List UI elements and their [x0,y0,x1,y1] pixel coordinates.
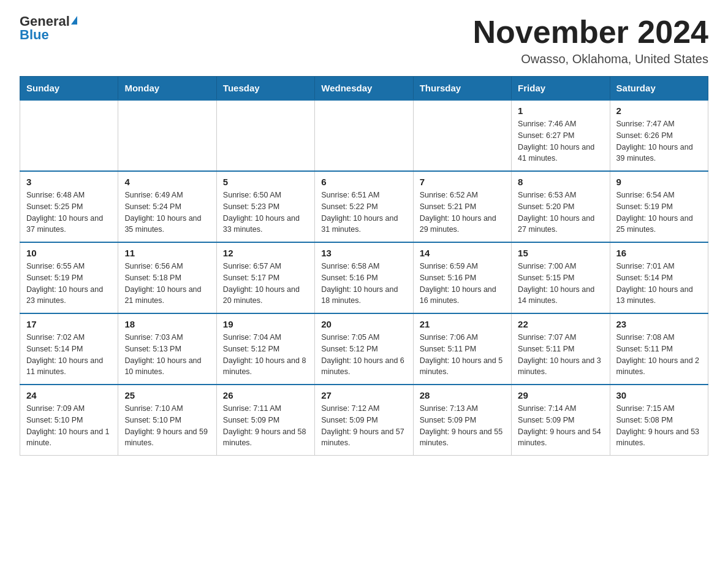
day-info: Sunrise: 6:55 AM Sunset: 5:19 PM Dayligh… [26,261,112,307]
day-number: 26 [223,390,308,400]
day-number: 8 [518,177,603,187]
day-number: 6 [321,177,406,187]
calendar-week-row: 3Sunrise: 6:48 AM Sunset: 5:25 PM Daylig… [20,171,708,242]
day-number: 29 [518,390,603,400]
calendar-week-row: 10Sunrise: 6:55 AM Sunset: 5:19 PM Dayli… [20,242,708,313]
calendar-day-cell: 26Sunrise: 7:11 AM Sunset: 5:09 PM Dayli… [216,385,314,456]
day-number: 20 [321,319,406,329]
calendar-day-cell: 17Sunrise: 7:02 AM Sunset: 5:14 PM Dayli… [20,313,118,385]
day-info: Sunrise: 7:15 AM Sunset: 5:08 PM Dayligh… [616,403,702,449]
day-number: 14 [420,248,505,258]
calendar-day-cell: 6Sunrise: 6:51 AM Sunset: 5:22 PM Daylig… [315,171,413,242]
day-number: 3 [26,177,112,187]
calendar-day-cell: 4Sunrise: 6:49 AM Sunset: 5:24 PM Daylig… [118,171,216,242]
day-number: 21 [420,319,505,329]
calendar-header-cell: Thursday [413,77,511,101]
calendar-day-cell: 28Sunrise: 7:13 AM Sunset: 5:09 PM Dayli… [413,385,511,456]
day-info: Sunrise: 6:49 AM Sunset: 5:24 PM Dayligh… [124,190,210,236]
page-subtitle: Owasso, Oklahoma, United States [473,52,708,66]
calendar-day-cell: 2Sunrise: 7:47 AM Sunset: 6:26 PM Daylig… [610,100,708,171]
calendar-day-cell: 11Sunrise: 6:56 AM Sunset: 5:18 PM Dayli… [118,242,216,313]
calendar-header-cell: Saturday [610,77,708,101]
day-info: Sunrise: 7:13 AM Sunset: 5:09 PM Dayligh… [420,403,505,449]
title-block: November 2024 Owasso, Oklahoma, United S… [473,15,708,66]
calendar-body: 1Sunrise: 7:46 AM Sunset: 6:27 PM Daylig… [20,100,708,456]
calendar-day-cell: 30Sunrise: 7:15 AM Sunset: 5:08 PM Dayli… [610,385,708,456]
day-info: Sunrise: 7:46 AM Sunset: 6:27 PM Dayligh… [518,118,603,164]
calendar-day-cell: 23Sunrise: 7:08 AM Sunset: 5:11 PM Dayli… [610,313,708,385]
calendar-day-cell: 12Sunrise: 6:57 AM Sunset: 5:17 PM Dayli… [216,242,314,313]
day-number: 27 [321,390,406,400]
calendar-day-cell [118,100,216,171]
calendar-day-cell: 8Sunrise: 6:53 AM Sunset: 5:20 PM Daylig… [512,171,610,242]
page-header: General Blue November 2024 Owasso, Oklah… [20,15,708,66]
calendar-day-cell: 13Sunrise: 6:58 AM Sunset: 5:16 PM Dayli… [315,242,413,313]
day-number: 16 [616,248,702,258]
day-info: Sunrise: 7:05 AM Sunset: 5:12 PM Dayligh… [321,332,406,378]
calendar-day-cell: 19Sunrise: 7:04 AM Sunset: 5:12 PM Dayli… [216,313,314,385]
calendar-day-cell [216,100,314,171]
day-info: Sunrise: 7:00 AM Sunset: 5:15 PM Dayligh… [518,261,603,307]
day-number: 30 [616,390,702,400]
day-info: Sunrise: 6:53 AM Sunset: 5:20 PM Dayligh… [518,190,603,236]
calendar-day-cell: 10Sunrise: 6:55 AM Sunset: 5:19 PM Dayli… [20,242,118,313]
day-info: Sunrise: 7:09 AM Sunset: 5:10 PM Dayligh… [26,403,112,449]
day-number: 7 [420,177,505,187]
day-number: 5 [223,177,308,187]
day-info: Sunrise: 6:58 AM Sunset: 5:16 PM Dayligh… [321,261,406,307]
day-info: Sunrise: 7:06 AM Sunset: 5:11 PM Dayligh… [420,332,505,378]
day-info: Sunrise: 7:10 AM Sunset: 5:10 PM Dayligh… [124,403,210,449]
calendar-header-row: SundayMondayTuesdayWednesdayThursdayFrid… [20,77,708,101]
day-number: 19 [223,319,308,329]
logo-general-text: General [20,15,70,28]
logo-triangle-icon [71,16,77,25]
day-info: Sunrise: 7:47 AM Sunset: 6:26 PM Dayligh… [616,118,702,164]
calendar-day-cell: 18Sunrise: 7:03 AM Sunset: 5:13 PM Dayli… [118,313,216,385]
day-info: Sunrise: 7:14 AM Sunset: 5:09 PM Dayligh… [518,403,603,449]
calendar-header-cell: Friday [512,77,610,101]
calendar-day-cell: 7Sunrise: 6:52 AM Sunset: 5:21 PM Daylig… [413,171,511,242]
calendar-day-cell: 1Sunrise: 7:46 AM Sunset: 6:27 PM Daylig… [512,100,610,171]
calendar-day-cell [315,100,413,171]
day-number: 15 [518,248,603,258]
day-number: 1 [518,105,603,116]
day-number: 25 [124,390,210,400]
day-info: Sunrise: 7:08 AM Sunset: 5:11 PM Dayligh… [616,332,702,378]
day-number: 4 [124,177,210,187]
day-number: 12 [223,248,308,258]
day-info: Sunrise: 7:02 AM Sunset: 5:14 PM Dayligh… [26,332,112,378]
calendar-day-cell: 16Sunrise: 7:01 AM Sunset: 5:14 PM Dayli… [610,242,708,313]
day-info: Sunrise: 7:04 AM Sunset: 5:12 PM Dayligh… [223,332,308,378]
day-number: 22 [518,319,603,329]
day-number: 2 [616,105,702,116]
logo-blue-text: Blue [20,28,49,42]
calendar-header-cell: Wednesday [315,77,413,101]
calendar-week-row: 24Sunrise: 7:09 AM Sunset: 5:10 PM Dayli… [20,385,708,456]
day-info: Sunrise: 6:57 AM Sunset: 5:17 PM Dayligh… [223,261,308,307]
day-number: 10 [26,248,112,258]
day-number: 18 [124,319,210,329]
page-title: November 2024 [473,15,708,50]
day-info: Sunrise: 7:07 AM Sunset: 5:11 PM Dayligh… [518,332,603,378]
calendar-day-cell: 15Sunrise: 7:00 AM Sunset: 5:15 PM Dayli… [512,242,610,313]
day-info: Sunrise: 6:50 AM Sunset: 5:23 PM Dayligh… [223,190,308,236]
calendar-day-cell: 29Sunrise: 7:14 AM Sunset: 5:09 PM Dayli… [512,385,610,456]
day-info: Sunrise: 6:54 AM Sunset: 5:19 PM Dayligh… [616,190,702,236]
calendar-day-cell: 5Sunrise: 6:50 AM Sunset: 5:23 PM Daylig… [216,171,314,242]
calendar-day-cell: 14Sunrise: 6:59 AM Sunset: 5:16 PM Dayli… [413,242,511,313]
day-number: 11 [124,248,210,258]
calendar-table: SundayMondayTuesdayWednesdayThursdayFrid… [20,76,708,456]
day-number: 23 [616,319,702,329]
calendar-day-cell: 25Sunrise: 7:10 AM Sunset: 5:10 PM Dayli… [118,385,216,456]
calendar-day-cell [20,100,118,171]
day-info: Sunrise: 7:11 AM Sunset: 5:09 PM Dayligh… [223,403,308,449]
day-info: Sunrise: 6:59 AM Sunset: 5:16 PM Dayligh… [420,261,505,307]
calendar-day-cell: 20Sunrise: 7:05 AM Sunset: 5:12 PM Dayli… [315,313,413,385]
calendar-day-cell: 24Sunrise: 7:09 AM Sunset: 5:10 PM Dayli… [20,385,118,456]
calendar-week-row: 1Sunrise: 7:46 AM Sunset: 6:27 PM Daylig… [20,100,708,171]
day-number: 9 [616,177,702,187]
day-info: Sunrise: 6:52 AM Sunset: 5:21 PM Dayligh… [420,190,505,236]
day-number: 24 [26,390,112,400]
day-number: 17 [26,319,112,329]
calendar-day-cell: 22Sunrise: 7:07 AM Sunset: 5:11 PM Dayli… [512,313,610,385]
